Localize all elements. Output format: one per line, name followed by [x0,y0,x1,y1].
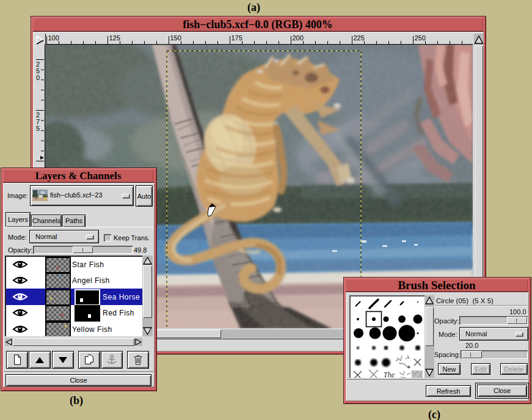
svg-text:0: 0 [36,74,40,81]
svg-text:100: 100 [48,34,59,42]
svg-text:225: 225 [354,34,365,42]
svg-text:150: 150 [170,34,181,42]
svg-text:250: 250 [415,34,426,42]
svg-text:125: 125 [109,34,120,42]
svg-text:175: 175 [231,34,242,42]
svg-text:200: 200 [293,34,304,42]
svg-text:5: 5 [36,125,40,132]
svg-text:The: The [384,370,395,378]
svg-text:+: + [407,363,410,370]
